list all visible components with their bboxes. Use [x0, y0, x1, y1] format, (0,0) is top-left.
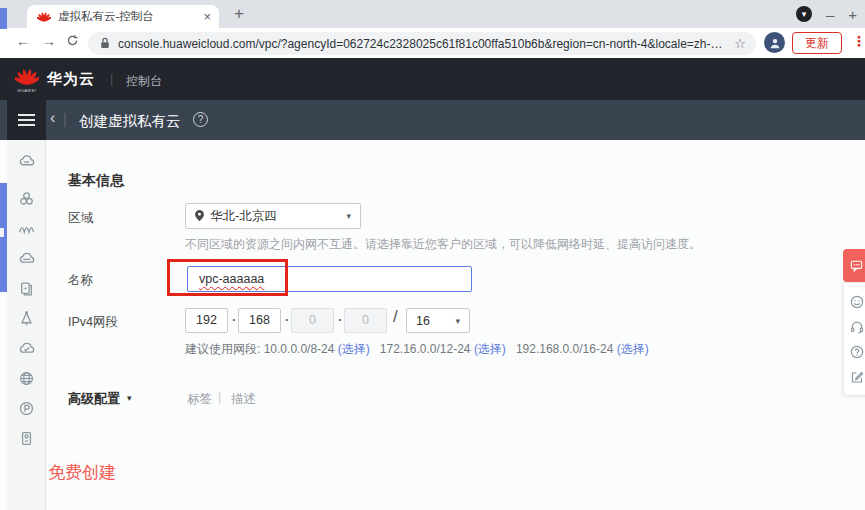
- brand-name[interactable]: 华为云: [47, 70, 95, 89]
- new-tab-button[interactable]: +: [228, 3, 250, 25]
- red-annotation-box: [167, 259, 288, 296]
- cidr-hint: 建议使用网段: 10.0.0.0/8-24 (选择) 172.16.0.0/12…: [185, 341, 649, 358]
- background-window-edge: [0, 183, 7, 292]
- console-link[interactable]: 控制台: [126, 73, 162, 90]
- window-maximize-button[interactable]: +: [848, 7, 857, 22]
- back-button[interactable]: ‹: [50, 109, 55, 127]
- forward-arrow-icon[interactable]: →: [42, 33, 56, 49]
- huawei-logo-text: HUAWEI: [14, 88, 40, 93]
- feedback-smiley-icon[interactable]: [849, 294, 865, 310]
- browser-update-button[interactable]: 更新: [792, 32, 842, 54]
- free-create-link[interactable]: 免费创建: [48, 461, 116, 484]
- cidr-select-link[interactable]: (选择): [338, 342, 370, 356]
- background-window-edge: [0, 8, 7, 29]
- advanced-description-link[interactable]: 描述: [231, 391, 256, 408]
- lock-icon: [100, 35, 110, 53]
- scaling-waves-icon[interactable]: [18, 219, 35, 236]
- profile-avatar-icon[interactable]: [764, 32, 785, 53]
- huawei-logo[interactable]: HUAWEI: [14, 66, 40, 93]
- support-toolbar: [843, 249, 865, 396]
- network-globe-icon[interactable]: [18, 370, 35, 387]
- help-icon[interactable]: ?: [193, 112, 208, 127]
- create-vpc-form: 基本信息 区域 华北-北京四 ▾ 不同区域的资源之间内网不互通。请选择靠近您客户…: [46, 140, 865, 510]
- snapshot-copy-icon[interactable]: [18, 280, 35, 297]
- section-title: 基本信息: [68, 172, 124, 190]
- cidr-octet-4-input: 0: [344, 308, 387, 333]
- cidr-label: IPv4网段: [68, 314, 118, 331]
- chevron-down-icon: ▾: [455, 316, 460, 326]
- console-header: HUAWEI 华为云 | 控制台 搜索 更多 中文 (简: [0, 58, 865, 100]
- survey-edit-icon[interactable]: [849, 369, 865, 385]
- storage-cloud-icon[interactable]: [18, 250, 35, 267]
- hamburger-menu-icon[interactable]: [7, 100, 46, 140]
- tab-title: 虚拟私有云-控制台: [58, 9, 203, 24]
- advanced-divider: |: [218, 390, 221, 404]
- advanced-tags-link[interactable]: 标签: [187, 391, 212, 408]
- cidr-octet-2-input[interactable]: 168: [238, 308, 281, 333]
- window-controls: ▾ – +: [796, 0, 857, 28]
- region-dropdown[interactable]: 华北-北京四 ▾: [185, 203, 361, 229]
- support-panel: [843, 282, 865, 396]
- cidr-select-link[interactable]: (选择): [617, 342, 649, 356]
- title-separator: |: [63, 111, 67, 127]
- page-title: 创建虚拟私有云: [79, 112, 181, 131]
- cidr-select-link[interactable]: (选择): [474, 342, 506, 356]
- bookmark-star-icon[interactable]: ☆: [734, 36, 746, 51]
- cidr-suggestion-range: 192.168.0.0/16-24: [516, 342, 613, 356]
- region-label: 区域: [68, 210, 93, 227]
- chevron-down-icon[interactable]: ▾: [127, 393, 132, 403]
- support-headset-icon[interactable]: [849, 319, 865, 335]
- help-question-icon[interactable]: [849, 344, 865, 360]
- browser-tab[interactable]: 虚拟私有云-控制台 ×: [27, 5, 219, 28]
- cidr-slash: /: [393, 307, 398, 327]
- chevron-down-icon: ▾: [346, 211, 351, 221]
- cloud-config-icon[interactable]: [18, 340, 35, 357]
- octet-dot: ·: [338, 312, 342, 327]
- browser-tab-strip: 虚拟私有云-控制台 × + ▾ – +: [0, 0, 865, 28]
- browser-toolbar: ← → console.huaweicloud.com/vpc/?agencyI…: [0, 28, 865, 58]
- huawei-favicon-icon: [37, 8, 51, 26]
- region-hint: 不同区域的资源之间内网不互通。请选择靠近您客户的区域，可以降低网络时延、提高访问…: [185, 236, 701, 253]
- advanced-config-toggle[interactable]: 高级配置: [68, 390, 120, 408]
- octet-dot: ·: [285, 312, 289, 327]
- browser-menu-icon[interactable]: ⋮: [852, 33, 865, 49]
- url-text: console.huaweicloud.com/vpc/?agencyId=06…: [118, 37, 728, 51]
- location-pin-icon: [195, 207, 204, 225]
- page-header: ‹ | 创建虚拟私有云 ?: [0, 100, 865, 140]
- octet-dot: ·: [232, 312, 236, 327]
- back-arrow-icon[interactable]: ←: [16, 33, 30, 49]
- region-value: 华北-北京四: [210, 208, 346, 225]
- window-minimize-button[interactable]: –: [826, 7, 834, 22]
- cidr-mask-value: 16: [416, 314, 455, 328]
- parking-circle-icon[interactable]: [18, 400, 35, 417]
- header-separator: |: [110, 71, 113, 86]
- cidr-suggestion-range: 10.0.0.0/8-24: [264, 342, 335, 356]
- cidr-hint-prefix: 建议使用网段:: [185, 342, 260, 356]
- server-box-icon[interactable]: [18, 430, 35, 447]
- browser-update-indicator-icon[interactable]: ▾: [796, 6, 812, 22]
- balloon-icon[interactable]: [18, 310, 35, 327]
- service-sidebar: [7, 140, 46, 510]
- cloud-service-icon[interactable]: [18, 152, 35, 169]
- cidr-mask-dropdown[interactable]: 16 ▾: [406, 308, 470, 333]
- cidr-octet-1-input[interactable]: 192: [185, 308, 228, 333]
- reload-icon[interactable]: [66, 34, 79, 50]
- chat-support-button[interactable]: [843, 249, 865, 282]
- cidr-suggestion-range: 172.16.0.0/12-24: [380, 342, 471, 356]
- background-window-notch: [0, 228, 4, 237]
- cidr-octet-3-input: 0: [291, 308, 334, 333]
- url-bar[interactable]: console.huaweicloud.com/vpc/?agencyId=06…: [88, 32, 756, 55]
- name-label: 名称: [68, 272, 93, 289]
- tab-close-icon[interactable]: ×: [203, 10, 211, 23]
- cluster-icon[interactable]: [18, 190, 35, 207]
